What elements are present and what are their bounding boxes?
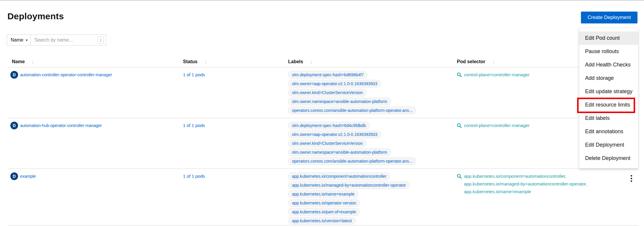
deployments-table: Name↕Status↕Labels↕Pod selector↕ D autom… — [7, 56, 638, 226]
sort-arrows-icon[interactable]: ↕ — [310, 59, 313, 64]
menu-item-pause-rollouts[interactable]: Pause rollouts — [579, 45, 638, 58]
label-chip[interactable]: olm.owner.kind=ClusterServiceVersion — [288, 89, 367, 96]
pod-selector-cell: app.kubernetes.io/component=automationco… — [457, 172, 625, 196]
search-icon — [457, 174, 462, 179]
chevron-down-icon: ▾ — [26, 38, 28, 42]
labels-cell: olm.deployment-spec-hash=6d4c9fdbdbolm.o… — [288, 122, 457, 165]
column-header-name[interactable]: Name↕ — [7, 59, 183, 64]
row-actions-menu: Edit Pod countPause rolloutsAdd Health C… — [579, 28, 638, 169]
pod-selector-link[interactable]: app.kubernetes.io/component=automationco… — [464, 172, 597, 196]
search-icon — [457, 123, 462, 128]
menu-item-edit-resource-limits[interactable]: Edit resource limits — [579, 98, 638, 112]
search-wrap: / — [30, 34, 106, 46]
create-deployment-button[interactable]: Create Deployment — [581, 12, 637, 23]
pods-status-link[interactable]: 1 of 1 pods — [183, 172, 205, 180]
label-chip[interactable]: olm.deployment-spec-hash=bd696b4f7 — [288, 71, 367, 79]
menu-item-add-health-checks[interactable]: Add Health Checks — [579, 58, 638, 72]
page-title: Deployments — [7, 11, 64, 21]
sort-arrows-icon[interactable]: ↕ — [32, 59, 34, 64]
status-cell: 1 of 1 pods — [183, 122, 288, 129]
status-cell: 1 of 1 pods — [183, 172, 288, 180]
deployments-page: Deployments Create Deployment Name ▾ / N… — [0, 0, 644, 227]
kebab-icon[interactable] — [629, 174, 633, 183]
filter-type-label: Name — [11, 37, 23, 43]
label-chip[interactable]: olm.deployment-spec-hash=6d4c9fdbdb — [288, 122, 370, 129]
label-chip[interactable]: app.kubernetes.io/managed-by=automationc… — [288, 181, 410, 189]
sort-arrows-icon[interactable]: ↕ — [492, 59, 495, 64]
deployment-name-link[interactable]: automation-controller-operator-controlle… — [20, 71, 112, 79]
search-icon — [457, 72, 462, 77]
label-chip[interactable]: app.kubernetes.io/component=automationco… — [288, 172, 390, 180]
status-cell: 1 of 1 pods — [183, 71, 288, 79]
label-chip[interactable]: olm.owner=aap-operator.v2.1.0-0.16383935… — [288, 80, 381, 88]
menu-item-edit-update-strategy[interactable]: Edit update strategy — [579, 85, 638, 98]
name-cell: D example — [7, 172, 183, 180]
sort-arrows-icon[interactable]: ↕ — [205, 59, 207, 64]
name-cell: D automation-hub-operator-controller-man… — [7, 122, 183, 129]
label-chip[interactable]: app.kubernetes.io/operator-version — [288, 199, 360, 207]
table-row: D example 1 of 1 pods app.kubernetes.io/… — [7, 169, 638, 226]
pods-status-link[interactable]: 1 of 1 pods — [183, 122, 205, 129]
label-chip[interactable]: olm.owner.namespace=ansible-automation-p… — [288, 148, 391, 156]
column-header-labels[interactable]: Labels↕ — [288, 59, 457, 64]
label-chip[interactable]: operators.coreos.com/ansible-automation-… — [288, 157, 416, 165]
column-header-label: Labels — [288, 59, 303, 64]
table-row: D automation-controller-operator-control… — [7, 67, 638, 118]
label-chip[interactable]: app.kubernetes.io/part-of=example — [288, 208, 360, 216]
menu-item-edit-deployment[interactable]: Edit Deployment — [579, 138, 638, 152]
pods-status-link[interactable]: 1 of 1 pods — [183, 71, 205, 79]
column-header-label: Pod selector — [457, 59, 485, 64]
kebab-cell — [625, 172, 638, 183]
column-header-label: Name — [12, 59, 25, 64]
pod-selector-link[interactable]: control-plane=controller-manager — [464, 71, 529, 79]
top-divider — [0, 0, 644, 1]
menu-item-add-storage[interactable]: Add storage — [579, 72, 638, 85]
table-row: D automation-hub-operator-controller-man… — [7, 118, 638, 169]
deployment-badge: D — [10, 172, 18, 180]
label-chip[interactable]: olm.owner.namespace=ansible-automation-p… — [288, 98, 391, 105]
filter-type-dropdown[interactable]: Name ▾ — [7, 34, 31, 46]
label-chip[interactable]: app.kubernetes.io/version=latest — [288, 217, 356, 225]
labels-cell: olm.deployment-spec-hash=bd696b4f7olm.ow… — [288, 71, 457, 114]
menu-item-edit-annotations[interactable]: Edit annotations — [579, 125, 638, 138]
search-shortcut-badge: / — [98, 36, 104, 44]
deployment-name-link[interactable]: automation-hub-operator-controller-manag… — [20, 122, 102, 129]
label-chip[interactable]: olm.owner=aap-operator.v2.1.0-0.16383935… — [288, 131, 381, 138]
name-cell: D automation-controller-operator-control… — [7, 71, 183, 79]
label-chip[interactable]: olm.owner.kind=ClusterServiceVersion — [288, 139, 367, 147]
label-chip[interactable]: app.kubernetes.io/name=example — [288, 190, 358, 198]
column-header-status[interactable]: Status↕ — [183, 59, 288, 64]
table-body: D automation-controller-operator-control… — [7, 67, 638, 226]
deployment-badge: D — [10, 71, 18, 79]
pod-selector-link[interactable]: control-plane=controller-manager — [464, 122, 529, 129]
deployment-name-link[interactable]: example — [20, 172, 36, 180]
menu-item-edit-labels[interactable]: Edit labels — [579, 112, 638, 125]
column-header-label: Status — [183, 59, 197, 64]
deployment-badge: D — [10, 122, 18, 129]
filter-toolbar: Name ▾ / — [7, 34, 106, 46]
menu-item-delete-deployment[interactable]: Delete Deployment — [579, 152, 638, 165]
label-chip[interactable]: operators.coreos.com/ansible-automation-… — [288, 107, 416, 114]
table-header-row: Name↕Status↕Labels↕Pod selector↕ — [7, 56, 638, 67]
labels-cell: app.kubernetes.io/component=automationco… — [288, 172, 457, 225]
menu-item-edit-pod-count[interactable]: Edit Pod count — [579, 31, 638, 45]
search-input[interactable] — [30, 34, 106, 46]
